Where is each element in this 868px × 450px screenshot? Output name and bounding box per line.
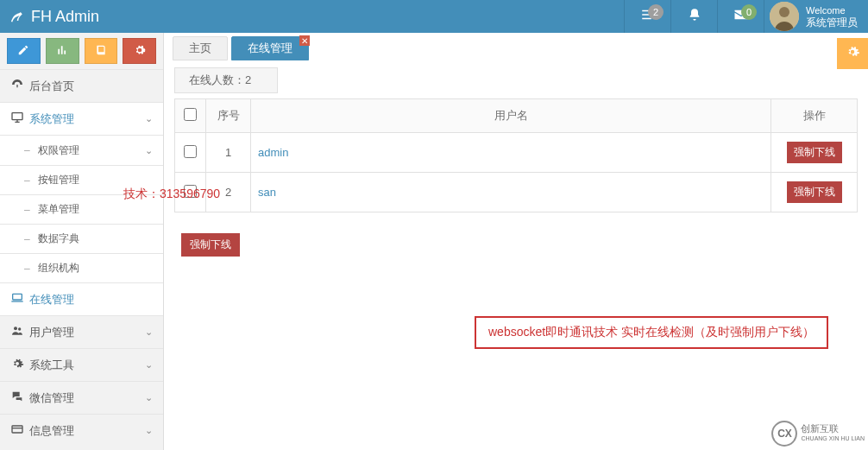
chevron-down-icon: ⌄ [145,392,153,403]
top-buttons: 2 0 [624,0,764,33]
sidebar-item-info[interactable]: 信息管理 ⌄ [0,414,163,447]
chevron-down-icon: ⌄ [145,145,153,156]
svg-rect-3 [13,294,22,300]
shortcut-chart[interactable] [46,38,79,64]
sub-label: 组织机构 [38,261,79,276]
header-action: 操作 [771,99,858,133]
watermark: CX 创新互联 CHUANG XIN HU LIAN [771,421,865,447]
force-offline-button-standalone[interactable]: 强制下线 [181,233,240,257]
users-icon [10,324,29,340]
close-icon[interactable]: ✕ [299,35,310,46]
sidebar-item-home[interactable]: 后台首页 [0,69,163,102]
sidebar-label: 系统工具 [29,358,74,373]
svg-point-5 [18,327,21,330]
sidebar-sub-dict[interactable]: –数据字典 [0,224,163,253]
gear-icon [845,44,860,64]
sidebar-item-user[interactable]: 用户管理 ⌄ [0,315,163,348]
user-text: Welcome 系统管理员 [806,4,858,29]
row-seq: 1 [206,133,251,173]
force-offline-button[interactable]: 强制下线 [787,181,842,203]
callout-box: websocket即时通讯技术 实时在线检测（及时强制用户下线） [475,316,828,349]
sub-label: 菜单管理 [38,202,79,217]
welcome-label: Welcome [806,4,858,16]
table-row: 1 admin 强制下线 [175,133,858,173]
shortcut-edit[interactable] [7,38,41,64]
sub-label: 按钮管理 [38,173,79,187]
brand[interactable]: FH Admin [0,8,224,26]
mail-button[interactable]: 0 [717,0,764,33]
shortcut-book[interactable] [85,38,118,64]
cog-icon [134,44,146,59]
notifications-button[interactable] [670,0,717,33]
svg-rect-6 [12,426,22,433]
header-username: 用户名 [251,99,771,133]
bell-icon [688,8,701,25]
comments-icon [10,390,29,406]
sidebar-label: 信息管理 [29,423,74,439]
tab-label: 主页 [189,41,211,54]
sidebar-item-online[interactable]: 在线管理 [0,282,163,315]
header-seq: 序号 [206,99,251,133]
sidebar-label: 用户管理 [29,325,74,340]
gear-icon [10,357,29,373]
chevron-down-icon: ⌄ [145,425,153,436]
row-checkbox[interactable] [184,145,197,158]
shortcut-settings[interactable] [123,38,156,64]
sidebar-item-system[interactable]: 系统管理 ⌄ [0,102,163,135]
chevron-down-icon: ⌄ [145,113,153,124]
watermark-text: 创新互联 CHUANG XIN HU LIAN [801,423,865,444]
sidebar-label: 微信管理 [29,390,74,406]
sidebar: 后台首页 系统管理 ⌄ –权限管理⌄ –按钮管理 –菜单管理 –数据字典 –组织… [0,33,164,450]
count-label: 在线人数： [189,73,245,86]
brand-text: FH Admin [31,8,99,26]
desktop-icon [10,111,29,127]
svg-rect-2 [12,113,22,120]
table-header-row: 序号 用户名 操作 [175,99,858,133]
tabs-row: 主页 在线管理 ✕ [164,33,868,60]
bar-chart-icon [56,44,68,59]
svg-point-4 [14,326,17,330]
chevron-down-icon: ⌄ [145,326,153,338]
sidebar-sub-system: –权限管理⌄ –按钮管理 –菜单管理 –数据字典 –组织机构 [0,135,163,282]
select-all-checkbox[interactable] [184,108,197,121]
leaf-icon [9,8,24,26]
sub-label: 数据字典 [38,231,79,246]
sidebar-label: 在线管理 [29,292,74,307]
tasks-badge: 2 [648,4,664,20]
sidebar-item-wechat[interactable]: 微信管理 ⌄ [0,381,163,414]
sidebar-label: 后台首页 [29,79,74,94]
sidebar-sub-perm[interactable]: –权限管理⌄ [0,136,163,165]
svg-point-1 [779,7,789,17]
tech-overlay-text: 技术：313596790 [123,187,220,202]
book-icon [95,44,107,59]
role-label: 系统管理员 [806,16,858,29]
online-count-box: 在线人数：2 [174,67,278,93]
table-row: 2 san 强制下线 [175,173,858,212]
tab-home[interactable]: 主页 [173,36,228,60]
mail-badge: 0 [741,4,757,20]
tab-label: 在线管理 [248,41,292,54]
shortcut-row [0,33,163,69]
count-value: 2 [245,73,251,86]
username-link[interactable]: san [258,186,276,199]
watermark-circle: CX [771,421,797,447]
sidebar-sub-org[interactable]: –组织机构 [0,253,163,282]
user-menu[interactable]: Welcome 系统管理员 [764,0,868,33]
tab-online[interactable]: 在线管理 ✕ [231,36,309,60]
settings-gear-tab[interactable] [837,38,868,69]
laptop-icon [10,291,29,307]
pencil-icon [17,44,29,59]
avatar [770,2,799,31]
online-users-table: 序号 用户名 操作 1 admin 强制下线 2 san 强制下线 [174,98,858,212]
dashboard-icon [10,78,29,94]
sub-label: 权限管理 [38,143,79,158]
top-bar: FH Admin 2 0 Welcome 系统管理员 [0,0,868,33]
header-checkbox [175,99,206,133]
sidebar-item-tools[interactable]: 系统工具 ⌄ [0,348,163,381]
force-offline-button[interactable]: 强制下线 [787,142,842,163]
credit-card-icon [10,422,29,439]
chevron-down-icon: ⌄ [145,359,153,371]
username-link[interactable]: admin [258,146,288,159]
tasks-button[interactable]: 2 [624,0,670,33]
content-area: 主页 在线管理 ✕ 在线人数：2 序号 用户名 操作 1 [164,33,868,450]
